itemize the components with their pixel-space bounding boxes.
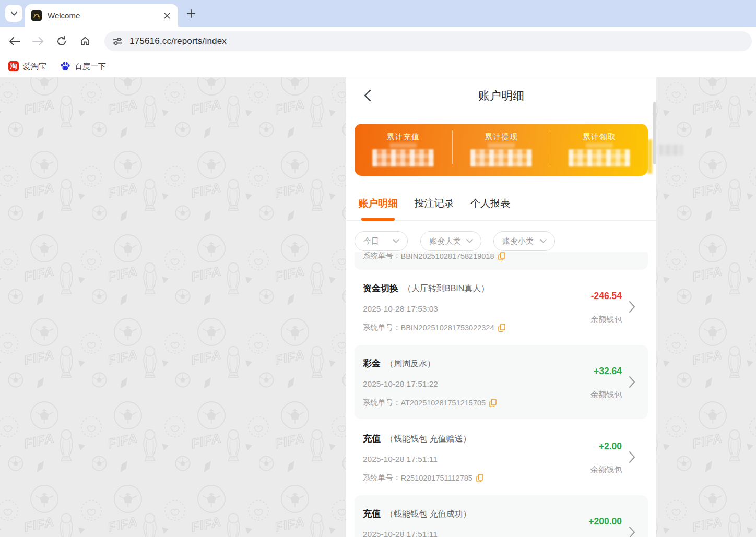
totals-card: 累计充值 累计提现 累计领取	[355, 124, 648, 176]
url-bar[interactable]: 175616.cc/reports/index	[104, 31, 752, 51]
transaction-desc: （周周反水）	[385, 359, 435, 368]
forward-button[interactable]	[32, 35, 44, 47]
tab-label: 个人报表	[470, 198, 510, 209]
order-number: R2510281751112785	[401, 474, 473, 482]
site-settings-tune-icon	[113, 38, 122, 45]
back-button[interactable]	[8, 35, 21, 47]
browser-toolbar: 175616.cc/reports/index	[0, 27, 756, 56]
order-label: 系统单号：	[363, 398, 401, 408]
wallet-type: 余额钱包	[590, 315, 622, 325]
transaction-time: 2025-10-28 17:53:03	[363, 304, 438, 314]
card-background: 系统单号： BBIN202510281758219018	[355, 252, 648, 270]
transaction-row-partial[interactable]: 系统单号： BBIN202510281758219018	[355, 252, 648, 270]
tab-bet-records[interactable]: 投注记录	[414, 190, 454, 221]
site-favicon-icon	[31, 10, 42, 21]
app-header: 账户明细	[346, 77, 656, 114]
bookmark-baidu[interactable]: 百度一下	[60, 61, 106, 71]
transaction-desc: （钱能钱包 充值成功）	[385, 509, 471, 518]
transaction-row[interactable]: 资金切换（大厅转到BBIN真人） 2025-10-28 17:53:03 系统单…	[355, 270, 648, 344]
date-filter-dropdown[interactable]: 今日	[355, 231, 408, 251]
order-number-row: 系统单号： BBIN202510281758219018	[363, 252, 505, 261]
chevron-right-icon	[629, 376, 635, 390]
stat-label: 累计充值	[355, 132, 452, 142]
minor-category-dropdown[interactable]: 账变小类	[493, 231, 555, 251]
scrollbar-thumb[interactable]	[653, 102, 656, 164]
order-number-row: 系统单号： R2510281751112785	[363, 473, 483, 483]
tab-search-chevron-button[interactable]	[5, 5, 22, 22]
new-tab-button[interactable]	[184, 6, 198, 21]
page-background: FIFA	[0, 77, 756, 537]
censored-blur	[488, 143, 515, 148]
copy-icon[interactable]	[476, 474, 483, 482]
page-title: 账户明细	[346, 77, 656, 114]
censored-blur	[389, 143, 417, 148]
order-number-row: 系统单号： BBIN202510281753022324	[363, 323, 505, 332]
transaction-amount: +2.00	[599, 441, 622, 452]
browser-tab[interactable]: Welcome	[25, 4, 178, 27]
copy-icon[interactable]	[498, 324, 505, 332]
filter-label: 账变小类	[502, 236, 534, 246]
transaction-row[interactable]: 充值（钱能钱包 充值成功） 2025-10-28 17:51:11 +200.0…	[355, 495, 648, 537]
order-label: 系统单号：	[363, 473, 401, 483]
taobao-icon: 淘	[8, 61, 19, 71]
bookmark-label: 爱淘宝	[23, 62, 46, 71]
order-label: 系统单号：	[363, 323, 401, 332]
censored-amount	[470, 149, 532, 166]
forward-arrow-icon	[32, 37, 44, 45]
app-back-button[interactable]	[361, 89, 374, 102]
home-icon	[80, 36, 90, 46]
censored-blur-patch	[647, 139, 652, 174]
chevron-right-icon	[629, 451, 635, 466]
transaction-time: 2025-10-28 17:51:11	[363, 530, 438, 537]
transaction-amount: +200.00	[588, 516, 622, 527]
bookmark-label: 百度一下	[75, 62, 106, 71]
transaction-row[interactable]: 充值（钱能钱包 充值赠送） 2025-10-28 17:51:11 系统单号： …	[355, 420, 648, 494]
chevron-down-icon	[11, 11, 17, 16]
transaction-desc: （大厅转到BBIN真人）	[403, 284, 489, 293]
tab-label: 投注记录	[414, 198, 454, 209]
filter-label: 账变大类	[429, 236, 460, 246]
transaction-title: 彩金（周周反水）	[363, 357, 435, 369]
copy-icon[interactable]	[489, 399, 497, 407]
browser-tab-strip: Welcome	[0, 0, 756, 27]
tab-close-icon[interactable]	[162, 11, 172, 20]
wallet-type: 余额钱包	[590, 465, 622, 475]
censored-amount	[372, 149, 434, 166]
filter-label: 今日	[363, 236, 379, 246]
transaction-title: 充值（钱能钱包 充值成功）	[363, 508, 471, 520]
censored-blur	[586, 143, 613, 148]
plus-icon	[187, 9, 195, 18]
reload-button[interactable]	[55, 35, 68, 47]
chevron-left-icon	[364, 89, 371, 102]
transaction-amount: +32.64	[594, 366, 622, 377]
chevron-right-icon	[629, 526, 635, 537]
transaction-title: 资金切换（大厅转到BBIN真人）	[363, 282, 489, 294]
chevron-down-icon	[466, 239, 473, 243]
copy-icon[interactable]	[498, 252, 505, 260]
account-report-panel: 账户明细 累计充值 累计提现 累计领取 账户明细	[346, 77, 656, 537]
chevron-down-icon	[393, 239, 399, 243]
stat-total-deposit: 累计充值	[355, 124, 452, 176]
transaction-row[interactable]: 彩金（周周反水） 2025-10-28 17:51:22 系统单号： AT202…	[355, 345, 648, 419]
url-text: 175616.cc/reports/index	[129, 36, 227, 46]
censored-amount	[569, 149, 630, 166]
filter-row: 今日 账变大类 账变小类	[346, 221, 656, 252]
order-number: BBIN202510281753022324	[401, 324, 494, 332]
major-category-dropdown[interactable]: 账变大类	[420, 231, 481, 251]
bookmarks-bar: 淘 爱淘宝 百度一下	[0, 56, 756, 77]
tab-account-detail[interactable]: 账户明细	[358, 190, 398, 221]
stat-total-claimed: 累计领取	[550, 124, 648, 176]
baidu-paw-icon	[60, 61, 70, 71]
stat-label: 累计提现	[453, 132, 550, 142]
order-label: 系统单号：	[363, 252, 401, 261]
active-tab-underline	[361, 218, 395, 221]
chevron-right-icon	[629, 301, 635, 315]
tab-personal-report[interactable]: 个人报表	[470, 190, 510, 221]
wallet-type: 余额钱包	[590, 390, 622, 400]
bookmark-aitaobao[interactable]: 淘 爱淘宝	[8, 61, 46, 71]
home-button[interactable]	[79, 35, 91, 47]
chevron-down-icon	[540, 239, 547, 243]
transaction-time: 2025-10-28 17:51:22	[363, 379, 438, 389]
tab-label: 账户明细	[358, 198, 398, 209]
transaction-time: 2025-10-28 17:51:11	[363, 455, 438, 464]
